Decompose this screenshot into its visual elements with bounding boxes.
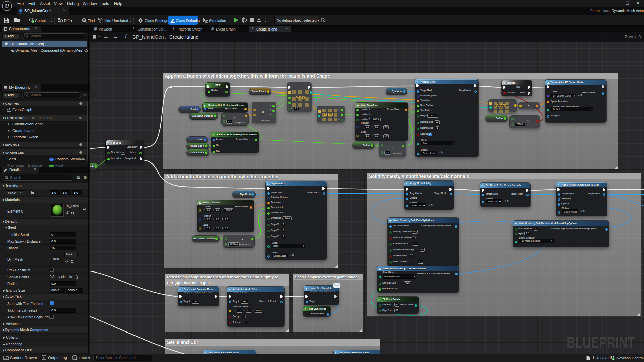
svg-text:⚙: ⚙ bbox=[206, 21, 207, 23]
svg-text:ρ: ρ bbox=[83, 19, 85, 22]
svg-text:✱: ✱ bbox=[589, 359, 590, 361]
svg-text:U: U bbox=[5, 3, 9, 9]
